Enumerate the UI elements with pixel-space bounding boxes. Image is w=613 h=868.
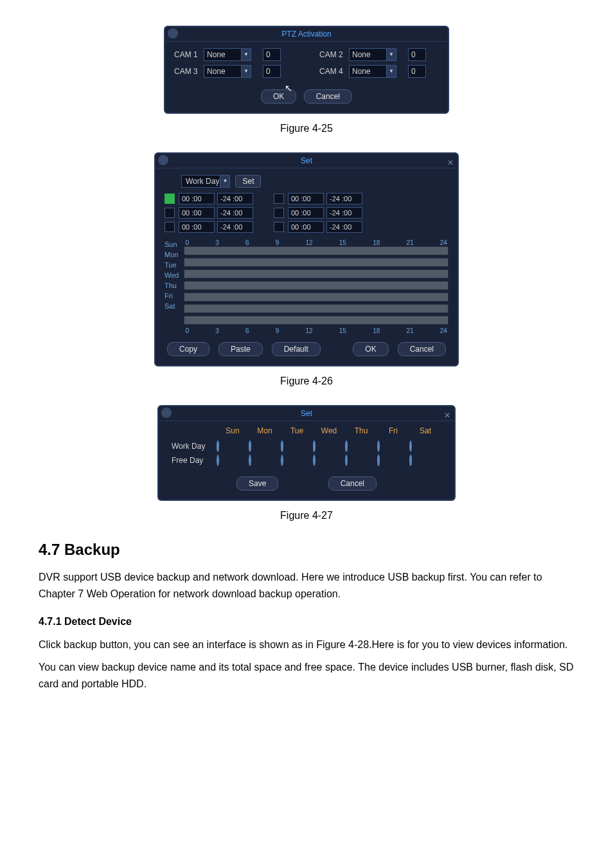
paste-button[interactable]: Paste (218, 342, 263, 356)
end-time-input[interactable]: -24 :00 (217, 207, 253, 219)
paragraph: You can view backup device name and its … (39, 659, 574, 692)
set-button[interactable]: Set (235, 175, 261, 188)
axis-tick: 0 (185, 327, 189, 334)
app-icon (158, 155, 168, 165)
start-time-input[interactable]: 00 :00 (179, 193, 215, 204)
camera-label: CAM 1 (174, 50, 204, 59)
period-enable-checkbox[interactable] (274, 208, 284, 218)
camera-label: CAM 3 (174, 67, 204, 76)
period-enable-checkbox[interactable] (164, 208, 175, 218)
day-label: Sat (164, 301, 179, 311)
preset-number-input[interactable]: 0 (263, 65, 281, 78)
day-type-row: Free Day (168, 453, 445, 467)
ok-button[interactable]: OK (353, 342, 388, 356)
save-button[interactable]: Save (236, 476, 278, 491)
cancel-button[interactable]: Cancel (304, 89, 352, 104)
subsection-heading: 4.7.1 Detect Device (39, 613, 574, 630)
day-type-select[interactable]: Work Day ▼ (181, 175, 230, 188)
day-type-radio[interactable] (345, 440, 348, 452)
day-label: Tue (164, 260, 179, 270)
end-time-input[interactable]: -24 :00 (326, 221, 362, 233)
axis-tick: 21 (406, 239, 413, 246)
schedule-set-dialog: Set ✕ Work Day ▼ Set 00 :00-24 :0000 :00… (154, 152, 459, 366)
axis-tick: 15 (339, 239, 346, 246)
end-time-input[interactable]: -24 :00 (217, 221, 253, 233)
cursor-icon: ↖ (285, 83, 292, 93)
period-enable-checkbox[interactable] (164, 194, 175, 204)
close-icon[interactable]: ✕ (447, 156, 454, 170)
alarm-type-select[interactable]: None▼ (204, 65, 251, 78)
axis-tick: 12 (305, 239, 312, 246)
cancel-button[interactable]: Cancel (328, 476, 377, 491)
day-column-header: Wed (313, 426, 345, 435)
close-icon[interactable]: ✕ (444, 408, 450, 422)
day-type-radio[interactable] (345, 455, 348, 466)
period-enable-checkbox[interactable] (274, 222, 284, 232)
chevron-down-icon: ▼ (220, 176, 229, 187)
figure-caption: Figure 4-25 (39, 123, 574, 134)
day-type-radio[interactable] (313, 440, 315, 452)
axis-tick: 3 (215, 327, 219, 334)
dialog-title: Set (301, 409, 312, 418)
day-type-radio[interactable] (249, 440, 251, 452)
timeline-bar (184, 281, 449, 290)
end-time-input[interactable]: -24 :00 (326, 207, 362, 219)
camera-label: CAM 4 (319, 67, 349, 76)
cancel-button[interactable]: Cancel (398, 342, 446, 356)
day-type-row: Work Day (168, 439, 445, 453)
dialog-titlebar: PTZ Activation (165, 27, 448, 42)
day-column-header: Mon (249, 426, 281, 435)
time-period-row: 00 :00-24 :0000 :00-24 :00 (164, 193, 449, 204)
day-label: Wed (164, 270, 179, 280)
day-type-radio[interactable] (217, 455, 219, 466)
start-time-input[interactable]: 00 :00 (179, 207, 215, 219)
day-type-radio[interactable] (409, 440, 412, 452)
start-time-input[interactable]: 00 :00 (288, 207, 324, 219)
start-time-input[interactable]: 00 :00 (288, 221, 324, 233)
day-type-radio[interactable] (377, 455, 380, 466)
day-type-radio[interactable] (313, 455, 315, 466)
day-type-radio[interactable] (409, 455, 412, 466)
figure-caption: Figure 4-26 (39, 375, 574, 387)
timeline-bar (184, 269, 449, 278)
day-type-radio[interactable] (281, 455, 283, 466)
day-label: Mon (164, 249, 179, 260)
copy-button[interactable]: Copy (167, 342, 209, 356)
paragraph: DVR support USB device backup and networ… (39, 569, 574, 602)
preset-number-input[interactable]: 0 (408, 65, 426, 78)
end-time-input[interactable]: -24 :00 (217, 193, 253, 204)
timeline-bar (184, 304, 449, 313)
axis-tick: 6 (245, 327, 249, 334)
preset-number-input[interactable]: 0 (263, 48, 281, 61)
day-type-radio[interactable] (249, 455, 251, 466)
ptz-activation-dialog: PTZ Activation CAM 1None▼0CAM 2None▼0CAM… (164, 26, 449, 114)
day-label: Thu (164, 280, 179, 291)
alarm-type-select[interactable]: None▼ (349, 48, 396, 61)
start-time-input[interactable]: 00 :00 (179, 221, 215, 233)
day-type-label: Work Day (168, 442, 217, 451)
default-button[interactable]: Default (272, 342, 321, 356)
day-column-header: Thu (345, 426, 377, 435)
axis-tick: 18 (373, 327, 380, 334)
preset-number-input[interactable]: 0 (408, 48, 426, 61)
app-icon (168, 28, 178, 39)
axis-tick: 9 (276, 327, 280, 334)
period-enable-checkbox[interactable] (274, 194, 284, 204)
chevron-down-icon: ▼ (241, 49, 251, 60)
camera-label: CAM 2 (319, 50, 349, 59)
timeline-bar (184, 258, 449, 267)
start-time-input[interactable]: 00 :00 (288, 193, 324, 204)
alarm-type-select[interactable]: None▼ (204, 48, 251, 61)
section-heading: 4.7 Backup (39, 541, 574, 559)
end-time-input[interactable]: -24 :00 (326, 193, 362, 204)
period-enable-checkbox[interactable] (164, 222, 175, 232)
dialog-titlebar: Set ✕ (159, 406, 454, 421)
chevron-down-icon: ▼ (386, 66, 396, 77)
day-type-radio[interactable] (377, 440, 380, 452)
alarm-type-select[interactable]: None▼ (349, 65, 396, 78)
timeline-bar (184, 293, 449, 302)
day-type-radio[interactable] (217, 440, 219, 452)
dialog-titlebar: Set ✕ (155, 154, 458, 168)
timeline-bar (184, 246, 449, 255)
day-type-radio[interactable] (281, 440, 283, 452)
